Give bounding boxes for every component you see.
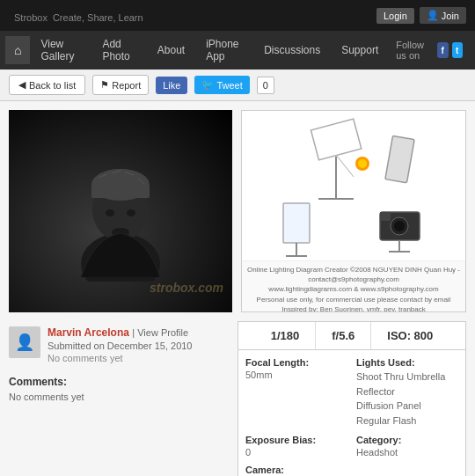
back-to-list-button[interactable]: ◀ Back to list [9,75,85,95]
svg-point-10 [127,209,135,216]
info-row: 👤 Marvin Arcelona | View Profile Submitt… [9,321,466,476]
svg-point-9 [106,209,114,216]
main-content: strobox.com [0,101,475,476]
join-label: Join [442,11,459,21]
lights-used-col: Lights Used: Shoot Thru UmbrellaReflecto… [356,357,458,428]
iso-badge: ISO: 800 [371,322,449,349]
diagram-image [242,111,465,260]
join-button[interactable]: 👤 Join [420,7,466,24]
like-button[interactable]: Like [156,77,187,94]
diagram-svg [252,111,455,260]
photo-subject: strobox.com [9,110,232,312]
follow-label: Follow us on [396,40,434,61]
portrait-photo: strobox.com [9,110,232,312]
diagram-footer-line4: Inspired by: Ben Suorinen, vmfr, pev, tr… [245,304,462,312]
follow-section: Follow us on f t [389,40,470,61]
comments-label: Comments: [9,376,229,388]
lighting-diagram: Online Lighting Diagram Creator ©2008 NG… [241,110,466,312]
detail-row-3: Camera: Nikon D90 [245,465,458,476]
exposure-bias-value: 0 [245,447,347,458]
nav-discussions[interactable]: Discussions [253,37,331,63]
action-toolbar: ◀ Back to list ⚑ Report Like 🐦 Tweet 0 [0,70,475,101]
photos-row: strobox.com [9,110,466,312]
no-comments-meta: No comments yet [48,353,193,363]
svg-point-21 [394,221,405,231]
focal-length-value: 50mm [245,370,347,380]
shutter-speed-badge: 1/180 [255,322,317,349]
header: StroboxCreate, Share, Learn Login 👤 Join [0,0,475,31]
user-details: Marvin Arcelona | View Profile Submitted… [48,326,193,363]
svg-rect-25 [283,203,310,243]
home-nav-item[interactable]: ⌂ [5,36,30,64]
svg-point-15 [358,159,367,168]
diagram-footer-line2: www.lightingdiagrams.com & www.s9photogr… [245,284,462,294]
svg-line-13 [336,155,354,177]
diagram-footer: Online Lighting Diagram Creator ©2008 NG… [242,260,465,312]
settings-detail: Focal Length: 50mm Lights Used: Shoot Th… [238,350,466,476]
tweet-label: Tweet [216,80,242,91]
facebook-icon[interactable]: f [437,42,448,58]
nav-iphone-app[interactable]: iPhone App [195,31,253,70]
detail-row-1: Focal Length: 50mm Lights Used: Shoot Th… [245,357,458,428]
category-value: Headshot [356,447,458,458]
navigation: ⌂ View Gallery Add Photo About iPhone Ap… [0,31,475,70]
nav-about[interactable]: About [147,37,195,63]
login-button[interactable]: Login [376,8,414,24]
report-label: Report [112,80,141,91]
category-label: Category: [356,435,458,445]
arrow-left-icon: ◀ [18,79,26,91]
report-button[interactable]: ⚑ Report [92,75,149,95]
home-icon: ⌂ [14,43,21,57]
avatar: 👤 [9,326,40,358]
svg-rect-4 [91,185,150,198]
user-info-section: 👤 Marvin Arcelona | View Profile Submitt… [9,321,229,476]
svg-rect-18 [385,135,414,183]
tweet-count: 0 [257,77,274,94]
submitted-date: Submitted on December 15, 2010 [48,341,193,351]
nav-support[interactable]: Support [331,37,389,63]
lights-used-values: Shoot Thru UmbrellaReflectorDiffusion Pa… [356,370,458,428]
view-profile-link[interactable]: View Profile [137,327,188,338]
user-meta: 👤 Marvin Arcelona | View Profile Submitt… [9,321,229,369]
back-label: Back to list [29,80,76,91]
camera-settings: 1/180 f/5.6 ISO: 800 Focal Length: 50mm … [238,321,466,476]
no-comments-text: No comments yet [9,392,229,402]
exposure-bias-col: Exposure Bias: 0 [245,435,347,458]
aperture-badge: f/5.6 [316,322,371,349]
twitter-icon[interactable]: t [452,42,463,58]
tagline: Create, Share, Learn [53,12,143,23]
svg-rect-22 [380,212,391,221]
camera-label: Camera: [245,465,458,475]
diagram-footer-line3: Personal use only, for commercial use pl… [245,295,462,304]
watermark: strobox.com [150,281,223,295]
focal-length-col: Focal Length: 50mm [245,357,347,428]
nav-view-gallery[interactable]: View Gallery [30,31,91,70]
nav-add-photo[interactable]: Add Photo [91,31,146,70]
detail-row-2: Exposure Bias: 0 Category: Headshot [245,435,458,458]
camera-col: Camera: Nikon D90 [245,465,458,476]
person-svg [68,141,173,282]
settings-badges: 1/180 f/5.6 ISO: 800 [238,321,466,350]
diagram-footer-line1: Online Lighting Diagram Creator ©2008 NG… [245,265,462,284]
svg-rect-12 [311,119,361,160]
category-col: Category: Headshot [356,435,458,458]
tweet-button[interactable]: 🐦 Tweet [194,76,249,94]
lights-used-label: Lights Used: [356,357,458,368]
exposure-bias-label: Exposure Bias: [245,435,347,445]
logo: StroboxCreate, Share, Learn [9,5,143,26]
header-actions: Login 👤 Join [376,7,466,24]
focal-length-label: Focal Length: [245,357,347,368]
user-name-link[interactable]: Marvin Arcelona [48,326,129,339]
comments-section: Comments: No comments yet [9,376,229,402]
bird-icon: 🐦 [201,79,214,91]
logo-text: Strobox [14,12,48,23]
person-icon: 👤 [427,10,439,21]
flag-icon: ⚑ [100,79,109,91]
